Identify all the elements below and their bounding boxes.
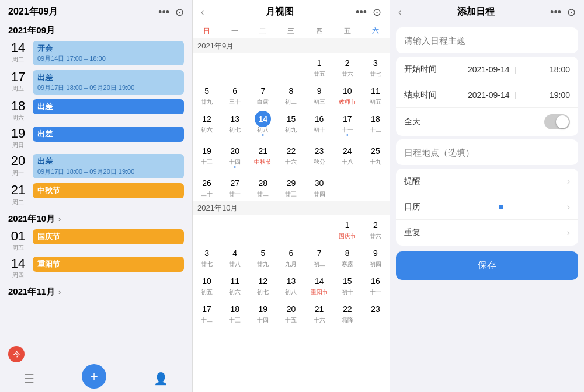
cal-cell-sep-5[interactable]: 5 廿九	[193, 80, 221, 108]
weekday-thu: 四	[305, 24, 333, 38]
cal-cell-oct-4[interactable]: 4 廿八	[221, 243, 249, 271]
location-input[interactable]	[404, 148, 570, 158]
panel1-more-icon[interactable]: •••	[158, 7, 169, 18]
cal-cell-oct-1[interactable]: 1 国庆节	[333, 215, 361, 243]
cal-cell-oct-10[interactable]: 10 初五	[193, 271, 221, 299]
cal-cell-oct-18[interactable]: 18 十三	[221, 299, 249, 327]
event-chuchai-20[interactable]: 出差 09月17日 18:00 – 09月20日 19:00	[33, 154, 184, 178]
cal-cell-sep-14-today[interactable]: 14 初八	[249, 108, 277, 141]
panel1-target-icon[interactable]: ⊙	[175, 7, 184, 18]
location-section	[396, 139, 578, 165]
cal-cell-oct-6[interactable]: 6 九月	[277, 243, 305, 271]
cal-cell-empty	[333, 173, 361, 201]
cal-cell-sep-8[interactable]: 8 初二	[277, 80, 305, 108]
cal-cell-sep-7[interactable]: 7 白露	[249, 80, 277, 108]
right-back-icon[interactable]: ‹	[398, 7, 401, 18]
reminder-row[interactable]: 提醒 ›	[396, 169, 578, 194]
cal-cell-sep-3[interactable]: 3 廿七	[361, 52, 390, 80]
cal-cell-sep-2[interactable]: 2 廿六	[333, 52, 361, 80]
cal-cell-sep-13[interactable]: 13 初七	[221, 108, 249, 141]
nav-list[interactable]: ☰	[24, 372, 34, 387]
event-chuchai-17[interactable]: 出差 09月17日 18:00 – 09月20日 19:00	[33, 70, 184, 94]
nav-add[interactable]: ＋	[82, 364, 106, 388]
cal-cell-sep-27[interactable]: 27 廿一	[221, 173, 249, 201]
cal-cell-sep-26[interactable]: 26 二十	[193, 173, 221, 201]
cal-cell-sep-29[interactable]: 29 廿三	[277, 173, 305, 201]
cal-cell-sep-15[interactable]: 15 初九	[277, 108, 305, 141]
cal-cell-empty	[277, 52, 305, 80]
cal-cell-sep-6[interactable]: 6 三十	[221, 80, 249, 108]
cal-cell-sep-30[interactable]: 30 廿四	[305, 173, 333, 201]
cal-back-icon[interactable]: ‹	[201, 7, 204, 18]
cal-cell-sep-23[interactable]: 23 秋分	[305, 141, 333, 173]
cal-cell-oct-5[interactable]: 5 廿九	[249, 243, 277, 271]
cal-cell-oct-7[interactable]: 7 初二	[305, 243, 333, 271]
cal-cell-oct-8[interactable]: 8 寒露	[333, 243, 361, 271]
cal-cell-sep-10[interactable]: 10 教师节	[333, 80, 361, 108]
right-target-icon[interactable]: ⊙	[567, 7, 576, 18]
repeat-row[interactable]: 重复 ›	[396, 220, 578, 246]
end-time-row[interactable]: 结束时间 2021-09-14 | 19:00	[396, 82, 578, 108]
event-guoqing[interactable]: 国庆节	[33, 229, 184, 244]
cal-cell-sep-25[interactable]: 25 十九	[361, 141, 390, 173]
cal-cell-oct-14[interactable]: 14 重阳节	[305, 271, 333, 299]
cal-cell-sep-20[interactable]: 20 十四	[221, 141, 249, 173]
cal-cell-sep-18[interactable]: 18 十二	[361, 108, 390, 141]
cal-target-icon[interactable]: ⊙	[373, 7, 381, 18]
cal-cell-sep-21[interactable]: 21 中秋节	[249, 141, 277, 173]
cal-cell-oct-20[interactable]: 20 十五	[277, 299, 305, 327]
cal-cell-empty	[277, 215, 305, 243]
add-icon: ＋	[88, 368, 100, 385]
cal-cell-sep-16[interactable]: 16 初十	[305, 108, 333, 141]
cal-cell-oct-23[interactable]: 23	[361, 299, 390, 327]
cal-cell-oct-22[interactable]: 22 霜降	[333, 299, 361, 327]
today-button[interactable]: 今	[8, 346, 25, 362]
allday-toggle[interactable]	[544, 114, 570, 130]
schedule-list-panel: 2021年09月 ••• ⊙ 2021年09月 14 周二 开会 09月14日 …	[0, 0, 193, 392]
cal-cell-oct-3[interactable]: 3 廿七	[193, 243, 221, 271]
cal-cell-sep-1[interactable]: 1 廿五	[305, 52, 333, 80]
day-row-19: 19 周日 出差	[0, 124, 192, 152]
day-row-14: 14 周二 开会 09月14日 17:00 – 18:00	[0, 38, 192, 68]
month-sep-sep: 2021年09月	[0, 20, 192, 38]
event-kaihui[interactable]: 开会 09月14日 17:00 – 18:00	[33, 41, 184, 65]
right-more-icon[interactable]: •••	[550, 7, 561, 18]
start-time-value: 18:00	[550, 65, 570, 74]
topic-input[interactable]	[404, 36, 570, 46]
cal-cell-oct-12[interactable]: 12 初七	[249, 271, 277, 299]
cal-cell-sep-19[interactable]: 19 十三	[193, 141, 221, 173]
topic-row	[396, 27, 578, 53]
cal-cell-oct-17[interactable]: 17 十二	[193, 299, 221, 327]
cal-cell-sep-24[interactable]: 24 十八	[333, 141, 361, 173]
cal-cell-oct-15[interactable]: 15 初十	[333, 271, 361, 299]
event-zhongqiu[interactable]: 中秋节	[33, 183, 184, 198]
event-chongyang[interactable]: 重阳节	[33, 257, 184, 272]
calendar-row[interactable]: 日历 ›	[396, 194, 578, 220]
cal-cell-sep-11[interactable]: 11 初五	[361, 80, 390, 108]
cal-cell-oct-13[interactable]: 13 初八	[277, 271, 305, 299]
start-time-label: 开始时间	[404, 64, 439, 75]
cal-cell-sep-28[interactable]: 28 廿二	[249, 173, 277, 201]
end-date-value: 2021-09-14	[468, 90, 510, 100]
save-button[interactable]: 保存	[396, 251, 578, 280]
bottom-nav: ☰ ＋ 👤	[0, 365, 192, 392]
cal-cell-oct-11[interactable]: 11 初六	[221, 271, 249, 299]
cal-cell-sep-12[interactable]: 12 初六	[193, 108, 221, 141]
event-chuchai-19[interactable]: 出差	[33, 127, 184, 142]
cal-more-icon[interactable]: •••	[356, 7, 367, 18]
cal-cell-empty	[249, 52, 277, 80]
cal-cell-oct-2[interactable]: 2 廿六	[361, 215, 390, 243]
cal-cell-sep-22[interactable]: 22 十六	[277, 141, 305, 173]
nav-person[interactable]: 👤	[154, 372, 168, 387]
cal-cell-oct-9[interactable]: 9 初四	[361, 243, 390, 271]
cal-cell-oct-16[interactable]: 16 十一	[361, 271, 390, 299]
chevron-nov-icon[interactable]: ›	[58, 288, 61, 296]
cal-cell-empty	[221, 52, 249, 80]
cal-cell-oct-21[interactable]: 21 十六	[305, 299, 333, 327]
chevron-oct-icon[interactable]: ›	[58, 215, 61, 223]
cal-cell-sep-17[interactable]: 17 十一	[333, 108, 361, 141]
cal-cell-oct-19[interactable]: 19 十四	[249, 299, 277, 327]
start-time-row[interactable]: 开始时间 2021-09-14 | 18:00	[396, 57, 578, 82]
cal-cell-sep-9[interactable]: 9 初三	[305, 80, 333, 108]
event-chuchai-18[interactable]: 出差	[33, 99, 184, 114]
